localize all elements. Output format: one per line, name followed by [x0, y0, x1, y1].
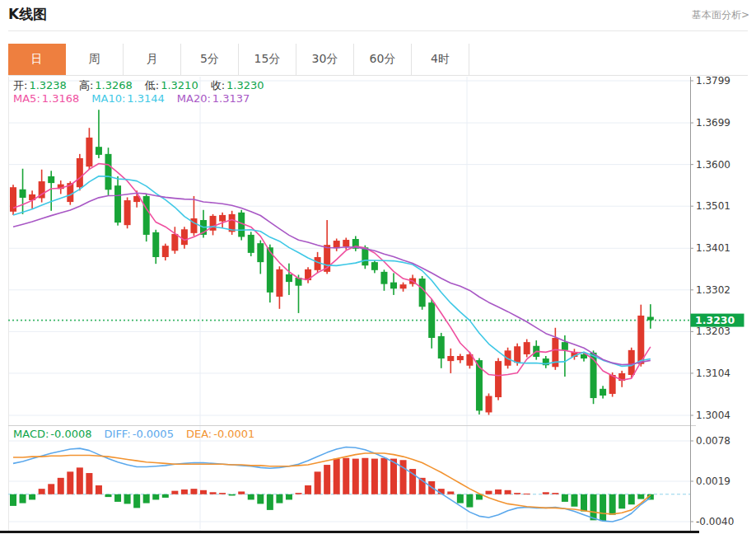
macd-histogram	[10, 458, 654, 521]
candle-body	[143, 196, 150, 235]
high-pair: 高:1.3268	[79, 79, 133, 91]
ma-legend: MA5:1.3168MA10:1.3144MA20:1.3137	[13, 92, 262, 105]
ohlc-legend: 开:1.3238高:1.3268低:1.3210收:1.3230	[13, 78, 277, 93]
candle-body	[96, 147, 102, 155]
diff-line	[13, 447, 651, 522]
candle-body	[447, 356, 454, 361]
axis-tick-label: 1.3203	[696, 326, 730, 337]
bottom-band	[0, 531, 699, 533]
axis-tick-label: 0.0019	[696, 475, 730, 487]
axis-tick-label: 1.3401	[696, 242, 730, 254]
close-label: 收:	[211, 79, 225, 91]
candle-body	[486, 396, 492, 413]
dea-line	[13, 453, 651, 514]
candle-body	[390, 283, 397, 289]
candle-body	[171, 234, 178, 251]
diff-pair: DIFF:-0.0005	[105, 428, 174, 440]
gridlines	[8, 77, 696, 531]
candle-body	[114, 185, 121, 222]
candle-body	[86, 138, 92, 166]
axis-tick-label: 1.3699	[696, 117, 730, 129]
candle-body	[162, 246, 169, 257]
dea-value: -0.0001	[213, 428, 254, 440]
candle-body	[276, 269, 282, 297]
candle-body	[219, 215, 226, 222]
candle-body	[48, 176, 54, 183]
candle-body	[514, 346, 520, 363]
ma10-label: MA10:	[91, 92, 125, 105]
axis-tick-label: -0.0040	[696, 516, 734, 527]
ma10-pair: MA10:1.3144	[91, 92, 165, 105]
open-label: 开:	[13, 79, 27, 91]
candle-body	[343, 240, 349, 246]
y-axis: 1.37991.36991.36001.35011.34011.33021.32…	[690, 75, 734, 531]
candle-body	[77, 158, 83, 187]
candle-body	[380, 272, 387, 284]
candle-body	[181, 229, 188, 245]
macd-value: -0.0008	[50, 428, 91, 440]
ma20-pair: MA20:1.3137	[177, 92, 250, 105]
candle-body	[248, 235, 254, 253]
candle-body	[20, 190, 26, 198]
macd-label: MACD:	[13, 428, 49, 440]
current-price-label: 1.3230	[695, 314, 735, 326]
candles-layer	[10, 110, 654, 415]
candle-wick	[650, 304, 651, 329]
low-value: 1.3210	[161, 79, 198, 91]
candle-body	[152, 232, 159, 257]
diff-label: DIFF:	[105, 428, 131, 440]
candle-body	[362, 247, 368, 265]
axis-tick-label: 0.0078	[696, 435, 730, 447]
candle-body	[105, 154, 112, 190]
macd-pair: MACD:-0.0008	[13, 428, 92, 440]
ma20-label: MA20:	[177, 92, 211, 105]
candle-body	[371, 262, 378, 270]
kline-widget: K线图 基本面分析> 日周月5分15分30分60分4时 1.37991.3699…	[0, 0, 756, 534]
dea-label: DEA:	[186, 428, 212, 440]
macd-legend: MACD:-0.0008DIFF:-0.0005DEA:-0.0001	[13, 428, 267, 440]
candle-body	[400, 284, 407, 288]
candle-body	[628, 350, 635, 375]
axis-tick-label: 1.3302	[696, 284, 730, 296]
candle-body	[428, 302, 435, 338]
candle-body	[124, 200, 131, 225]
low-label: 低:	[145, 79, 159, 91]
candle-body	[600, 389, 606, 396]
candle-body	[419, 279, 426, 307]
ma5-label: MA5:	[13, 92, 40, 105]
axis-tick-label: 1.3004	[696, 410, 730, 421]
high-label: 高:	[79, 79, 93, 91]
high-value: 1.3268	[95, 79, 133, 91]
close-value: 1.3230	[226, 79, 264, 91]
candle-body	[257, 243, 264, 262]
ma5-pair: MA5:1.3168	[13, 92, 79, 105]
candle-body	[647, 316, 654, 320]
ma10-value: 1.3144	[127, 92, 165, 105]
candle-body	[562, 342, 568, 350]
candle-body	[609, 375, 616, 394]
axis-tick-label: 1.3501	[696, 200, 730, 212]
dea-pair: DEA:-0.0001	[186, 428, 254, 440]
axis-tick-label: 1.3799	[696, 75, 730, 87]
candle-body	[457, 356, 464, 360]
current-price-badge: 1.3230	[691, 314, 744, 327]
axis-tick-label: 1.3600	[696, 159, 730, 171]
diff-value: -0.0005	[133, 428, 174, 440]
ma20-value: 1.3137	[212, 92, 250, 105]
candle-body	[438, 336, 445, 358]
candle-body	[524, 342, 530, 354]
open-value: 1.3238	[29, 79, 67, 91]
open-pair: 开:1.3238	[13, 79, 67, 91]
ma5-value: 1.3168	[42, 92, 80, 105]
axis-tick-label: 1.3104	[696, 368, 730, 379]
candle-body	[286, 274, 292, 282]
close-pair: 收:1.3230	[211, 79, 264, 91]
low-pair: 低:1.3210	[145, 79, 198, 91]
candle-body	[495, 361, 502, 397]
candle-body	[637, 316, 644, 364]
